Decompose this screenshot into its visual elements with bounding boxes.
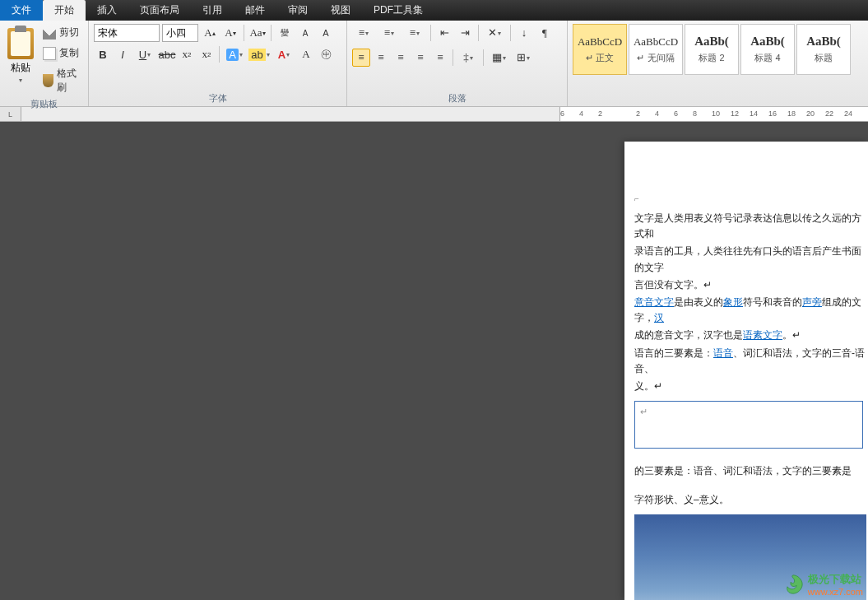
font-color-button[interactable]: A xyxy=(272,45,295,63)
watermark-text: 极光下载站 xyxy=(808,572,863,587)
group-font: A▴ A▾ Aa▾ 變 A A B I U abc x2 x2 A ab A xyxy=(89,21,347,106)
bold-button[interactable]: B xyxy=(94,45,112,63)
style-box-2[interactable]: AaBb(标题 2 xyxy=(685,24,739,75)
link-xiangxing[interactable]: 象形 xyxy=(723,296,743,308)
style-box-1[interactable]: AaBbCcD↵ 无间隔 xyxy=(629,24,683,75)
change-case-button[interactable]: Aa▾ xyxy=(248,24,267,42)
text-box[interactable]: ↵ xyxy=(634,401,863,449)
style-box-3[interactable]: AaBb(标题 4 xyxy=(740,24,795,75)
numbering-button[interactable]: ≡ xyxy=(378,24,401,42)
document-area: ⌐ 文字是人类用表义符号记录表达信息以传之久远的方式和 录语言的工具，人类往往先… xyxy=(0,122,868,600)
horizontal-ruler[interactable]: 64224681012141618202224 xyxy=(559,107,868,121)
phonetic-guide-button[interactable]: 變 xyxy=(276,24,294,42)
line-spacing-button[interactable]: ‡ xyxy=(457,49,480,67)
indent-decrease-button[interactable]: ⇤ xyxy=(435,24,453,42)
text-direction-button[interactable]: ✕ xyxy=(483,24,506,42)
multilevel-button[interactable]: ≡ xyxy=(403,24,426,42)
format-brush-button[interactable]: 格式刷 xyxy=(39,65,83,96)
paste-button[interactable]: 粘贴 ▾ xyxy=(5,24,36,96)
copy-icon xyxy=(43,47,56,60)
tab-file[interactable]: 文件 xyxy=(0,0,43,21)
link-yuyin[interactable]: 语音 xyxy=(713,347,733,359)
align-justify-button[interactable]: ≡ xyxy=(411,49,429,67)
enclose-char-button[interactable]: ㊥ xyxy=(317,45,335,63)
watermark: 极光下载站 www.xz7.com xyxy=(782,572,863,597)
group-clipboard: 粘贴 ▾ 剪切 复制 格式刷 剪贴板 xyxy=(0,21,89,106)
link-shengpang[interactable]: 声旁 xyxy=(802,296,822,308)
text-effects-button[interactable]: A xyxy=(223,45,246,63)
tab-pdf[interactable]: PDF工具集 xyxy=(362,0,434,21)
subscript-button[interactable]: x2 xyxy=(178,45,196,63)
font-name-select[interactable] xyxy=(94,24,160,42)
align-left-button[interactable]: ≡ xyxy=(352,49,370,67)
superscript-button[interactable]: x2 xyxy=(197,45,216,63)
group-styles: AaBbCcD↵ 正文AaBbCcD↵ 无间隔AaBb(标题 2AaBb(标题 … xyxy=(568,21,868,106)
cursor-icon: ⌐ xyxy=(634,193,868,206)
ruler-bar: L 64224681012141618202224 xyxy=(0,107,868,122)
paste-label: 粘贴 xyxy=(11,61,30,75)
indent-increase-button[interactable]: ⇥ xyxy=(456,24,474,42)
align-right-button[interactable]: ≡ xyxy=(392,49,410,67)
italic-button[interactable]: I xyxy=(114,45,132,63)
highlight-button[interactable]: ab xyxy=(248,45,271,63)
tab-layout[interactable]: 页面布局 xyxy=(128,0,191,21)
ribbon: 粘贴 ▾ 剪切 复制 格式刷 剪贴板 A▴ A▾ Aa▾ 變 A xyxy=(0,21,868,107)
tab-insert[interactable]: 插入 xyxy=(86,0,128,21)
char-border-button[interactable]: A xyxy=(296,24,314,42)
font-size-select[interactable] xyxy=(162,24,198,42)
link-yusu[interactable]: 语素文字 xyxy=(743,329,782,341)
tab-selector[interactable]: L xyxy=(0,107,21,121)
cut-icon xyxy=(43,26,56,40)
shrink-font-button[interactable]: A▾ xyxy=(221,24,239,42)
clear-format-button[interactable]: A xyxy=(317,24,335,42)
underline-button[interactable]: U xyxy=(133,45,156,63)
tab-references[interactable]: 引用 xyxy=(191,0,234,21)
grow-font-button[interactable]: A▴ xyxy=(201,24,219,42)
style-box-4[interactable]: AaBb(标题 xyxy=(796,24,851,75)
tab-view[interactable]: 视图 xyxy=(319,0,362,21)
font-label: 字体 xyxy=(94,91,341,105)
tab-home[interactable]: 开始 xyxy=(43,0,86,21)
cut-button[interactable]: 剪切 xyxy=(39,24,83,41)
align-distribute-button[interactable]: ≡ xyxy=(431,49,449,67)
shading-button[interactable]: ▦ xyxy=(487,49,510,67)
paste-icon xyxy=(7,28,34,59)
brush-icon xyxy=(43,74,53,87)
style-box-0[interactable]: AaBbCcD↵ 正文 xyxy=(573,24,627,75)
align-center-button[interactable]: ≡ xyxy=(372,49,390,67)
document-page[interactable]: ⌐ 文字是人类用表义符号记录表达信息以传之久远的方式和 录语言的工具，人类往往先… xyxy=(624,142,868,600)
link-han[interactable]: 汉 xyxy=(654,312,664,323)
watermark-url: www.xz7.com xyxy=(808,587,863,597)
paragraph-label: 段落 xyxy=(352,91,562,105)
tab-review[interactable]: 审阅 xyxy=(276,0,319,21)
show-marks-button[interactable]: ¶ xyxy=(536,24,554,42)
tab-mail[interactable]: 邮件 xyxy=(234,0,276,21)
sort-button[interactable]: ↓ xyxy=(515,24,533,42)
menu-bar: 文件 开始 插入 页面布局 引用 邮件 审阅 视图 PDF工具集 xyxy=(0,0,868,21)
group-paragraph: ≡ ≡ ≡ ⇤ ⇥ ✕ ↓ ¶ ≡ ≡ ≡ ≡ ≡ ‡ ▦ xyxy=(347,21,568,106)
borders-button[interactable]: ⊞ xyxy=(512,49,535,67)
bullets-button[interactable]: ≡ xyxy=(352,24,375,42)
strike-button[interactable]: abc xyxy=(158,45,176,63)
watermark-logo-icon xyxy=(782,573,805,596)
char-shading-button[interactable]: A xyxy=(297,45,315,63)
copy-button[interactable]: 复制 xyxy=(39,44,83,62)
link-yiyin[interactable]: 意音文字 xyxy=(634,296,674,308)
